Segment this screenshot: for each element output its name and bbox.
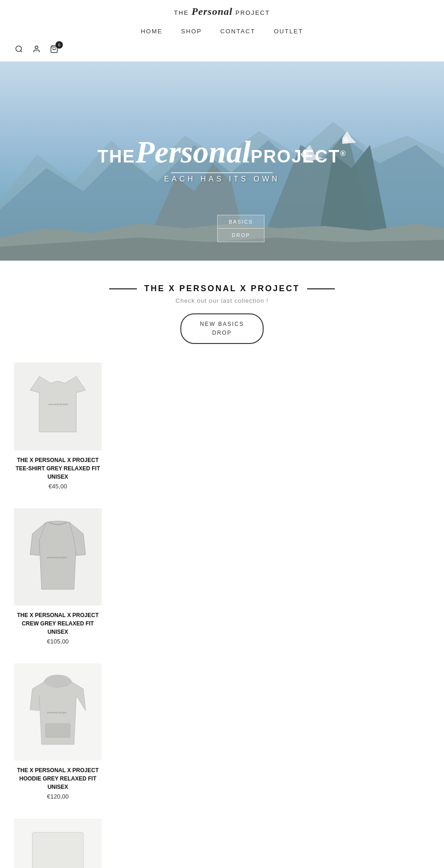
title-line-right: [307, 288, 335, 289]
hero-personal: Personal: [136, 134, 251, 170]
hoodie-svg: personal project: [23, 673, 92, 751]
svg-rect-21: [32, 832, 83, 868]
product-price: €105,00: [14, 638, 102, 645]
hero-btn-area: BASICS DROP: [217, 215, 265, 242]
hero-title-overlay: THE Personal PROJECT® EACH HAS ITS OWN: [98, 134, 347, 183]
title-line-left: [109, 288, 137, 289]
svg-text:personal project: personal project: [47, 711, 67, 714]
svg-point-0: [16, 46, 21, 51]
site-header: THE Personal PROJECT HOME SHOP CONTACT O…: [0, 0, 444, 62]
search-button[interactable]: [14, 44, 24, 56]
nav-shop[interactable]: SHOP: [181, 28, 202, 35]
product-card[interactable]: personal project THE X PERSONAL X PROJEC…: [14, 508, 116, 645]
hero-tagline: EACH HAS ITS OWN: [98, 175, 347, 183]
logo-project: PROJECT: [235, 9, 270, 16]
product-image: personal project: [14, 663, 102, 761]
hero-the: THE: [98, 147, 136, 167]
hero-basics-btn[interactable]: BASICS: [217, 215, 265, 228]
cta-button[interactable]: NEW BASICS DROP: [180, 313, 263, 344]
svg-rect-19: [45, 724, 70, 737]
product-image: [14, 818, 102, 868]
nav-outlet[interactable]: OUTLET: [274, 28, 303, 35]
main-nav: HOME SHOP CONTACT OUTLET: [141, 22, 303, 40]
product-name: THE X PERSONAL X PROJECT Hoodie GREY REL…: [14, 766, 102, 791]
product-price: €120,00: [14, 793, 102, 800]
product-price: €45,00: [14, 483, 102, 490]
product-image: personal project: [14, 362, 102, 450]
product-card[interactable]: [14, 818, 116, 868]
cart-count: 0: [56, 41, 63, 49]
products-section: personal project THE X PERSONAL X PROJEC…: [0, 353, 324, 868]
hero-project: PROJECT®: [251, 147, 346, 167]
cta-line2: DROP: [212, 330, 232, 336]
hero-drop-btn[interactable]: DROP: [217, 228, 265, 242]
svg-line-1: [20, 50, 22, 52]
account-button[interactable]: [31, 44, 42, 56]
svg-text:personal project: personal project: [47, 556, 67, 559]
logo-personal: Personal: [191, 6, 233, 17]
cta-line1: NEW BASICS: [200, 321, 244, 327]
icon-bar: 0: [0, 40, 444, 61]
sweatshirt-svg: personal project: [23, 518, 92, 596]
cart-button[interactable]: 0: [49, 44, 59, 56]
hero-underline: [171, 172, 273, 173]
product-card[interactable]: personal project THE X PERSONAL X PROJEC…: [14, 663, 116, 800]
search-icon: [15, 45, 23, 53]
nav-contact[interactable]: CONTACT: [220, 28, 255, 35]
svg-text:personal project: personal project: [49, 403, 68, 406]
svg-point-2: [35, 46, 38, 49]
tshirt-svg: personal project: [25, 372, 90, 441]
collection-title-text: THE X PERSONAL X PROJECT: [144, 284, 300, 293]
logo-the: THE: [174, 9, 189, 16]
product-card[interactable]: personal project THE X PERSONAL X PROJEC…: [14, 362, 116, 490]
hero-section: THE Personal PROJECT® EACH HAS ITS OWN B…: [0, 62, 444, 261]
product-name: THE X PERSONAL X PROJECT Crew GREY RELAX…: [14, 611, 102, 636]
user-icon: [32, 45, 41, 53]
collection-section: THE X PERSONAL X PROJECT Check out our l…: [0, 261, 444, 353]
product-image: personal project: [14, 508, 102, 606]
item4-svg: [23, 828, 92, 868]
logo[interactable]: THE Personal PROJECT: [174, 6, 270, 18]
nav-home[interactable]: HOME: [141, 28, 162, 35]
product-name: THE X PERSONAL X PROJECT Tee-Shirt GREY …: [14, 456, 102, 481]
collection-subtitle: Check out our last collection !: [9, 297, 435, 304]
collection-title: THE X PERSONAL X PROJECT: [9, 284, 435, 293]
